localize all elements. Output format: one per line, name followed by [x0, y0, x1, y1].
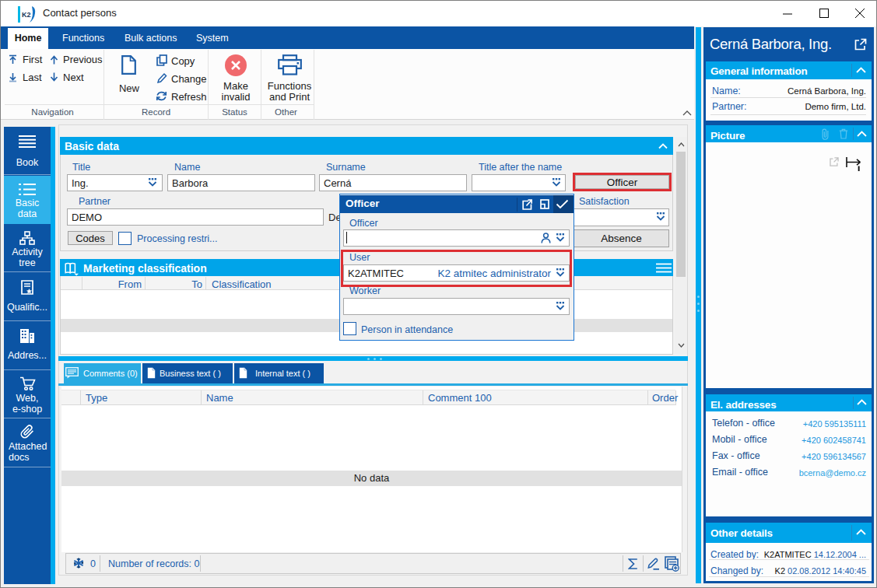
svg-text:K2: K2	[22, 11, 31, 19]
